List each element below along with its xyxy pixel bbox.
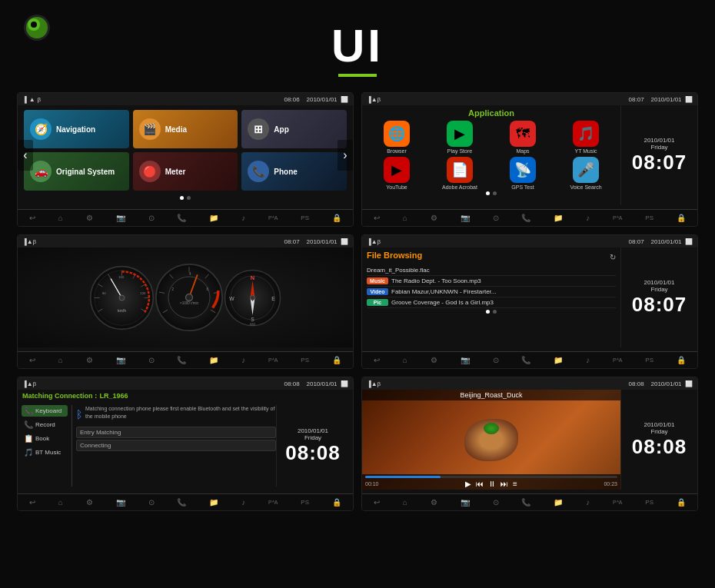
music-icon[interactable]: ♪ bbox=[241, 214, 245, 222]
phone-icon[interactable]: 📞 bbox=[177, 214, 186, 222]
s6-settings-icon[interactable]: ⚙ bbox=[431, 498, 437, 507]
s4-folder-icon[interactable]: 📁 bbox=[554, 356, 563, 364]
app-voicesearch[interactable]: 🎤 Voice Search bbox=[556, 157, 616, 190]
s6-phone-icon[interactable]: 📞 bbox=[521, 498, 530, 507]
s4-camera-icon[interactable]: 📷 bbox=[461, 356, 470, 364]
s5-home-icon[interactable]: ⌂ bbox=[58, 498, 63, 507]
s6-pa-icon[interactable]: PᴬA bbox=[613, 500, 622, 506]
s6-back-icon[interactable]: ↩ bbox=[374, 498, 380, 507]
s4-home-icon[interactable]: ⌂ bbox=[403, 356, 407, 364]
tile-original-system[interactable]: 🚗 Original System bbox=[24, 152, 129, 191]
home-icon[interactable]: ⌂ bbox=[58, 214, 63, 222]
s5-music-icon[interactable]: ♪ bbox=[241, 498, 245, 507]
bt-connecting-field[interactable]: Connecting bbox=[76, 440, 276, 451]
app-ytmusic[interactable]: 🎵 YT Music bbox=[556, 121, 616, 154]
s6-camera-icon[interactable]: 📷 bbox=[461, 498, 470, 507]
s2-pa-icon[interactable]: PᴬA bbox=[613, 215, 622, 221]
s2-circle-icon[interactable]: ⊙ bbox=[493, 214, 499, 222]
tile-app[interactable]: ⊞ App bbox=[241, 110, 347, 148]
folder-icon[interactable]: 📁 bbox=[209, 214, 218, 222]
prev-button[interactable]: ⏮ bbox=[476, 480, 484, 488]
bt-music-item[interactable]: 🎵 BT Music bbox=[22, 447, 68, 458]
file-row-4[interactable]: Pic Groove Coverage - God Is a Girl.mp3 bbox=[367, 297, 616, 308]
s6-music-icon[interactable]: ♪ bbox=[586, 498, 590, 507]
s6-home-icon[interactable]: ⌂ bbox=[403, 498, 407, 507]
app-browser[interactable]: 🌐 Browser bbox=[367, 121, 427, 154]
s3-settings-icon[interactable]: ⚙ bbox=[86, 356, 93, 364]
bt-record-item[interactable]: 📞 Record bbox=[22, 419, 68, 430]
s2-ps-icon[interactable]: PS bbox=[645, 214, 653, 221]
s4-music-icon[interactable]: ♪ bbox=[586, 356, 590, 364]
s2-phone-icon[interactable]: 📞 bbox=[521, 214, 530, 222]
app-maps[interactable]: 🗺 Maps bbox=[493, 121, 553, 154]
play-button[interactable]: ▶ bbox=[465, 480, 471, 488]
s2-back-icon[interactable]: ↩ bbox=[374, 214, 380, 222]
s4-pa-icon[interactable]: PᴬA bbox=[613, 357, 622, 364]
s4-circle-icon[interactable]: ⊙ bbox=[493, 356, 499, 364]
s2-home-icon[interactable]: ⌂ bbox=[403, 214, 407, 222]
s3-lock-icon[interactable]: 🔒 bbox=[332, 356, 341, 364]
s4-back-icon[interactable]: ↩ bbox=[374, 356, 380, 364]
circle-icon[interactable]: ⊙ bbox=[148, 214, 155, 222]
s3-circle-icon[interactable]: ⊙ bbox=[148, 356, 155, 364]
s5-pa-icon[interactable]: PᴬA bbox=[268, 500, 278, 506]
s6-ps-icon[interactable]: PS bbox=[645, 499, 653, 506]
file-row-1[interactable]: Dream_it_Possible.flac bbox=[367, 265, 616, 276]
s5-ps-icon[interactable]: PS bbox=[301, 499, 309, 506]
tile-navigation[interactable]: 🧭 Navigation bbox=[24, 110, 129, 148]
camera-icon[interactable]: 📷 bbox=[116, 214, 125, 222]
s4-phone-icon[interactable]: 📞 bbox=[521, 356, 530, 364]
tile-meter[interactable]: 🔴 Meter bbox=[133, 152, 238, 191]
refresh-icon[interactable]: ↻ bbox=[610, 253, 616, 261]
playlist-button[interactable]: ≡ bbox=[513, 480, 517, 488]
file-row-3[interactable]: Video Fabian Mazur,UNKNWN - Firestarter.… bbox=[367, 287, 616, 297]
s3-phone-icon[interactable]: 📞 bbox=[177, 356, 186, 364]
s5-back-icon[interactable]: ↩ bbox=[29, 498, 35, 507]
tile-media[interactable]: 🎬 Media bbox=[133, 110, 238, 148]
carousel-right-arrow[interactable]: › bbox=[338, 140, 353, 171]
app-youtube[interactable]: ▶ YouTube bbox=[367, 157, 427, 190]
next-button[interactable]: ⏭ bbox=[500, 480, 508, 488]
s5-lock-icon[interactable]: 🔒 bbox=[332, 498, 341, 507]
back-icon[interactable]: ↩ bbox=[29, 214, 35, 222]
app-acrobat[interactable]: 📄 Adobe Acrobat bbox=[430, 157, 490, 190]
s3-pa-icon[interactable]: PᴬA bbox=[268, 357, 278, 364]
s3-music-icon[interactable]: ♪ bbox=[241, 356, 245, 364]
s2-lock-icon[interactable]: 🔒 bbox=[677, 214, 686, 222]
s5-phone-icon[interactable]: 📞 bbox=[177, 498, 186, 507]
s2-folder-icon[interactable]: 📁 bbox=[554, 214, 563, 222]
bt-book-item[interactable]: 📋 Book bbox=[22, 433, 68, 444]
progress-bar[interactable] bbox=[365, 476, 617, 478]
s2-settings-icon[interactable]: ⚙ bbox=[431, 214, 437, 222]
s3-ps-icon[interactable]: PS bbox=[301, 357, 309, 364]
settings-icon[interactable]: ⚙ bbox=[86, 214, 93, 222]
s5-camera-icon[interactable]: 📷 bbox=[116, 498, 125, 507]
carousel-left-arrow[interactable]: ‹ bbox=[18, 140, 33, 171]
s3-camera-icon[interactable]: 📷 bbox=[116, 356, 125, 364]
lock-icon[interactable]: 🔒 bbox=[332, 214, 341, 222]
s4-lock-icon[interactable]: 🔒 bbox=[677, 356, 686, 364]
ps-icon[interactable]: PS bbox=[301, 214, 309, 221]
s2-camera-icon[interactable]: 📷 bbox=[461, 214, 470, 222]
s3-back-icon[interactable]: ↩ bbox=[29, 356, 35, 364]
s5-circle-icon[interactable]: ⊙ bbox=[148, 498, 155, 507]
s2-music-icon[interactable]: ♪ bbox=[586, 214, 590, 222]
s6-folder-icon[interactable]: 📁 bbox=[554, 498, 563, 507]
tile-phone[interactable]: 📞 Phone bbox=[241, 152, 347, 191]
bt-keyboard-item[interactable]: 📞 Keyboard bbox=[22, 405, 68, 417]
s6-circle-icon[interactable]: ⊙ bbox=[493, 498, 499, 507]
pa-icon[interactable]: PᴬA bbox=[268, 215, 278, 221]
s3-home-icon[interactable]: ⌂ bbox=[58, 356, 63, 364]
s6-lock-icon[interactable]: 🔒 bbox=[677, 498, 686, 507]
app-playstore[interactable]: ▶ Play Store bbox=[430, 121, 490, 154]
pause-button[interactable]: ⏸ bbox=[488, 480, 496, 488]
s4-settings-icon[interactable]: ⚙ bbox=[431, 356, 437, 364]
bt-entry-matching-field[interactable]: Entry Matching bbox=[76, 427, 276, 438]
s5-folder-icon[interactable]: 📁 bbox=[209, 498, 218, 507]
s5-settings-icon[interactable]: ⚙ bbox=[86, 498, 93, 507]
file-row-2[interactable]: Music The Radio Dept. - Too Soon.mp3 bbox=[367, 276, 616, 287]
s3-folder-icon[interactable]: 📁 bbox=[209, 356, 218, 364]
s4-ps-icon[interactable]: PS bbox=[645, 357, 653, 364]
bt-screen-title: Matching Connection：LR_1966 bbox=[22, 391, 348, 401]
app-gpstest[interactable]: 📡 GPS Test bbox=[493, 157, 553, 190]
